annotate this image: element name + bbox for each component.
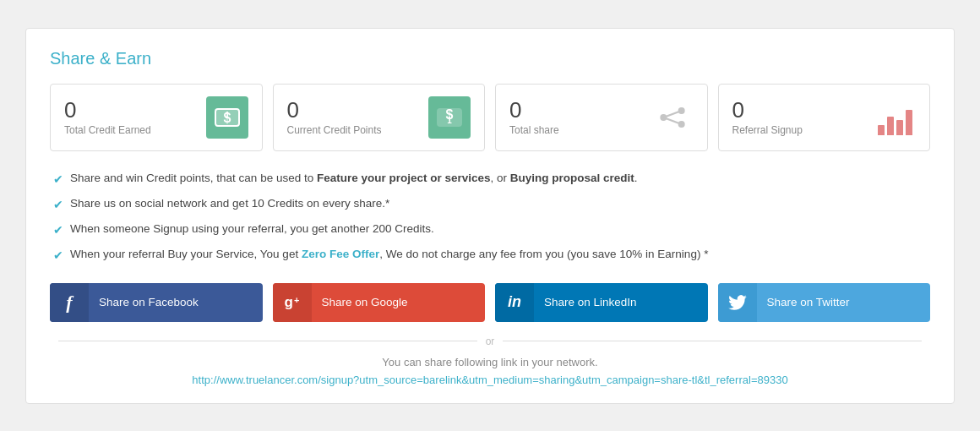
- stat-value-1: 0: [287, 98, 382, 123]
- stat-value-0: 0: [64, 98, 151, 123]
- stat-label-3: Referral Signup: [732, 124, 803, 136]
- title-accent: Earn: [116, 49, 151, 68]
- facebook-icon: f: [50, 283, 89, 322]
- linkedin-icon: in: [495, 283, 534, 322]
- or-divider: or: [50, 336, 930, 347]
- svg-line-11: [663, 117, 681, 124]
- chart-icon: [874, 96, 916, 139]
- list-item-3: ✔ When your referral Buy your Service, Y…: [53, 246, 930, 265]
- facebook-share-button[interactable]: f Share on Facebook: [50, 283, 263, 322]
- list-item-2: ✔ When someone Signup using your referra…: [53, 221, 930, 239]
- title-plain: Share &: [50, 49, 116, 68]
- or-label: or: [486, 336, 495, 347]
- svg-line-10: [663, 111, 681, 117]
- stat-label-2: Total share: [509, 124, 559, 136]
- check-icon-3: ✔: [53, 247, 63, 265]
- svg-text:$: $: [446, 107, 454, 122]
- stat-total-credit-earned: 0 Total Credit Earned $ 1: [50, 84, 263, 151]
- twitter-share-button[interactable]: Share on Twitter: [718, 283, 931, 322]
- check-icon-0: ✔: [53, 171, 63, 188]
- stats-row: 0 Total Credit Earned $ 1 0 Current Cred…: [50, 84, 930, 151]
- list-item-0: ✔ Share and win Credit points, that can …: [53, 170, 930, 188]
- share-icon: [651, 96, 694, 139]
- svg-text:1: 1: [225, 111, 230, 120]
- google-icon: g+: [273, 283, 312, 322]
- stat-current-credit-points: 0 Current Credit Points 1 $: [273, 84, 486, 151]
- stat-value-3: 0: [732, 98, 803, 123]
- share-buttons-row: f Share on Facebook g+ Share on Google i…: [50, 283, 930, 322]
- check-icon-2: ✔: [53, 221, 63, 239]
- page-title: Share & Earn: [50, 49, 930, 68]
- stat-label-0: Total Credit Earned: [64, 124, 151, 136]
- check-icon-1: ✔: [53, 196, 63, 214]
- dollar-icon-0: $ 1: [206, 96, 248, 139]
- stat-value-2: 0: [509, 98, 559, 123]
- stat-referral-signup: 0 Referral Signup: [718, 84, 931, 151]
- stat-label-1: Current Credit Points: [287, 124, 382, 136]
- stat-total-share: 0 Total share: [495, 84, 708, 151]
- info-list: ✔ Share and win Credit points, that can …: [50, 170, 930, 265]
- google-share-button[interactable]: g+ Share on Google: [273, 283, 486, 322]
- list-item-1: ✔ Share us on social network and get 10 …: [53, 195, 930, 214]
- linkedin-label: Share on LinkedIn: [534, 296, 708, 308]
- twitter-label: Share on Twitter: [757, 296, 931, 308]
- share-link-text: You can share following link in your net…: [50, 356, 930, 368]
- google-label: Share on Google: [312, 296, 486, 308]
- twitter-icon: [718, 283, 757, 322]
- linkedin-share-button[interactable]: in Share on LinkedIn: [495, 283, 708, 322]
- share-link-url[interactable]: http://www.truelancer.com/signup?utm_sou…: [50, 374, 930, 386]
- main-container: Share & Earn 0 Total Credit Earned $ 1 0…: [25, 28, 955, 404]
- dollar-icon-1: 1 $: [428, 96, 471, 139]
- facebook-label: Share on Facebook: [89, 296, 263, 308]
